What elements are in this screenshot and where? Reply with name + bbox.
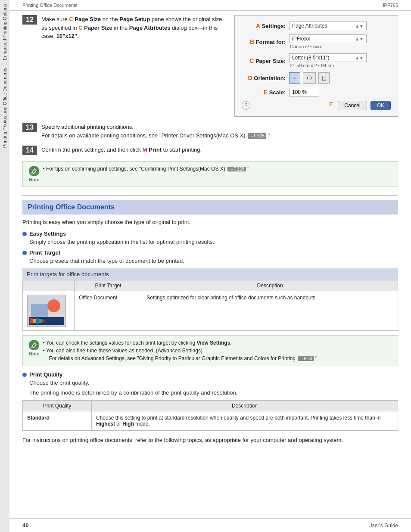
orient-reverse-btn[interactable]: ⎕: [318, 72, 330, 84]
easy-settings-dot: [22, 232, 27, 236]
step12-page-size-label: Page Size: [75, 16, 101, 22]
quality-standard-label: Standard: [27, 415, 50, 421]
settings-note-pencil-icon: [31, 342, 37, 348]
targets-table-header: Print targets for office documents: [22, 268, 398, 280]
step12-text: 12 Make sure C Page Size on the Page Set…: [22, 15, 223, 117]
dialog-format-control: iPFxxxx ▲▼ Canon iPFxxxx: [289, 34, 391, 49]
dialog-e-letter: E: [264, 89, 268, 96]
step12-page-attr-label: Page Attributes: [129, 25, 171, 31]
dialog-f-label: F: [329, 101, 333, 110]
dialog-paper-control: Letter (8.5"x11") ▲▼ 21.59 cm x 27.94 cm: [289, 53, 391, 68]
settings-note-icon: [29, 340, 39, 350]
settings-note-content: • You can check the settings values for …: [43, 340, 392, 361]
orient-portrait-btn[interactable]: ⎓: [289, 72, 300, 84]
header-left: Printing Office Documents: [22, 3, 78, 8]
print-quality-desc1: Choose the print quality.: [29, 380, 398, 386]
targets-table: Print Target Description: [22, 280, 398, 331]
note-pencil-icon: [31, 168, 37, 174]
step13-block: 13 Specify additional printing condition…: [22, 123, 398, 140]
print-quality-dot: [22, 373, 27, 377]
pod-title: Printing Office Documents: [22, 200, 398, 215]
settings-note-icon-area: Note: [29, 340, 39, 356]
easy-settings-label: Easy Settings: [29, 230, 66, 237]
dialog-paper-sub: 21.59 cm x 27.94 cm: [289, 63, 391, 68]
img-bar3: [36, 318, 39, 324]
dialog-scale-row: E Scale:: [242, 88, 391, 96]
easy-settings-section: Easy Settings Simply choose the printing…: [22, 230, 398, 245]
step12-content: Make sure C Page Size on the Page Setup …: [41, 15, 223, 40]
dialog-settings-row: A Settings: Page Attributes ▲▼: [242, 22, 391, 30]
sidebar-label-printing: Printing Photos and Office Documents: [1, 64, 8, 151]
quality-desc-text: Choose this setting to print at standard…: [96, 415, 380, 427]
settings-note: Note • You can check the settings values…: [22, 335, 398, 366]
dialog-paper-row: C Paper Size: Letter (8.5"x11") ▲▼ 21.59…: [242, 53, 391, 68]
step14-content: Confirm the print settings, and then cli…: [41, 146, 398, 154]
img-bar1: [30, 318, 33, 324]
settings-note-line1: • You can check the settings values for …: [43, 340, 392, 346]
step12-header: 12 Make sure C Page Size on the Page Set…: [22, 15, 223, 40]
main-content: 12 Make sure C Page Size on the Page Set…: [9, 11, 411, 452]
targets-td-image: [23, 291, 75, 331]
dialog-b-letter: B: [250, 38, 254, 45]
dialog-scale-control: [289, 88, 391, 96]
step13-sub: For details on available printing condit…: [41, 132, 270, 139]
dialog-settings-control: Page Attributes ▲▼: [289, 22, 391, 30]
dialog-cancel-button[interactable]: Cancel: [338, 101, 367, 110]
dialog-ok-button[interactable]: OK: [371, 101, 391, 110]
dialog-paper-label: C Paper Size:: [242, 57, 289, 64]
easy-settings-title: Easy Settings: [22, 230, 398, 237]
dialog-scale-input[interactable]: [289, 88, 319, 96]
targets-office-desc: Settings optimized for clear printing of…: [146, 295, 317, 301]
step12-page-setup-label: Page Setup: [119, 16, 150, 22]
dialog-a-letter: A: [256, 22, 260, 29]
quality-highest-label: Highest: [96, 421, 115, 427]
step12-c2: C: [78, 25, 82, 31]
dialog-paper-arrow: ▲▼: [355, 56, 364, 60]
settings-note-line2: • You can also fine-tune these values as…: [43, 348, 392, 354]
settings-note-text1: • You can check the settings values for …: [43, 340, 231, 346]
dialog-orientation-row: D Orientation: ⎓ ⎔ ⎕: [242, 72, 391, 84]
user-guide-label: User's Guide: [368, 523, 398, 529]
table-row: Office Document Settings optimized for c…: [23, 291, 398, 331]
targets-th-print-target: Print Target: [75, 280, 142, 291]
targets-office-doc: Office Document: [79, 295, 117, 301]
step14-note: Note • For tips on confirming print sett…: [22, 161, 398, 187]
print-target-title: Print Target: [22, 249, 398, 256]
dialog-paper-select[interactable]: Letter (8.5"x11") ▲▼: [289, 53, 367, 62]
img-bar5: [42, 320, 45, 322]
dialog-c-letter: C: [249, 57, 254, 64]
step12-text-body: Make sure C Page Size on the Page Setup …: [41, 15, 223, 40]
img-bar2: [33, 319, 36, 323]
dialog-format-arrow: ▲▼: [355, 37, 364, 41]
targets-th-description: Description: [142, 280, 398, 291]
step12-paper-size-label: Paper Size: [84, 25, 112, 31]
settings-note-label: Note: [29, 351, 39, 356]
dialog-format-select[interactable]: iPFxxxx ▲▼: [289, 34, 367, 43]
page-number: 40: [22, 522, 28, 529]
view-settings-label: View Settings: [197, 340, 230, 346]
settings-note-ref: →P.63: [298, 356, 314, 361]
section-divider: [22, 195, 398, 196]
header-right: iPF765: [383, 3, 398, 8]
note-label: Note: [29, 177, 39, 182]
img-bars: [29, 317, 64, 325]
img-bar4: [39, 319, 42, 323]
settings-note-line3: For details on Advanced Settings, see "G…: [49, 355, 392, 361]
step12-number: 12: [22, 15, 37, 25]
dialog-settings-select[interactable]: Page Attributes ▲▼: [289, 22, 367, 30]
step13-text: Specify additional printing conditions. …: [41, 123, 398, 140]
targets-table-head-row: Print Target Description: [23, 280, 398, 291]
pod-intro: Printing is easy when you simply choose …: [22, 219, 398, 225]
dialog-format-label: B Format for:: [242, 38, 289, 45]
dialog-help-button[interactable]: ?: [242, 101, 250, 110]
orient-landscape-btn[interactable]: ⎔: [303, 72, 316, 84]
quality-high-label: High: [122, 421, 134, 427]
page-footer: 40 User's Guide: [9, 518, 411, 532]
targets-th-image: [23, 280, 75, 291]
settings-note-text3: For details on Advanced Settings, see "G…: [49, 355, 317, 361]
print-quality-title: Print Quality: [22, 371, 398, 378]
note-icon-area: Note: [29, 166, 39, 182]
sidebar: Enhanced Printing Options Printing Photo…: [0, 0, 9, 532]
dialog-settings-value: Page Attributes: [292, 23, 327, 29]
dialog-format-row: B Format for: iPFxxxx ▲▼ Canon iPFxxxx: [242, 34, 391, 49]
